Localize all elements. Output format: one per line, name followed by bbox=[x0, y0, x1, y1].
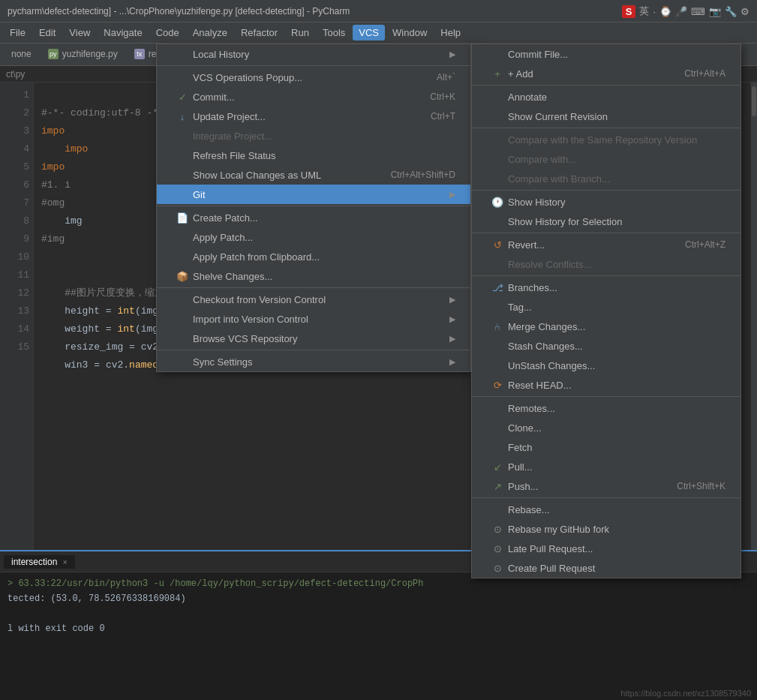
git-compare-same-repo: Compare with the Same Repository Version bbox=[472, 130, 740, 149]
git-branches[interactable]: ⎇ Branches... bbox=[472, 278, 740, 297]
git-reset-head[interactable]: ⟳ Reset HEAD... bbox=[472, 375, 740, 395]
terminal-content[interactable]: > 63.33:22/usr/bin/python3 -u /home/lqy/… bbox=[0, 572, 757, 640]
menu-apply-patch-clipboard[interactable]: Apply Patch from Clipboard... bbox=[157, 247, 470, 266]
tab-icon-py: py bbox=[48, 49, 59, 59]
menu-vcs[interactable]: VCS bbox=[353, 25, 385, 41]
git-revert[interactable]: ↺ Revert... Ctrl+Alt+Z bbox=[472, 235, 740, 254]
git-push[interactable]: ↗ Push... Ctrl+Shift+K bbox=[472, 476, 740, 496]
git-sep-4 bbox=[472, 233, 740, 233]
menu-checkout[interactable]: Checkout from Version Control ▶ bbox=[157, 290, 470, 309]
git-fetch[interactable]: Fetch bbox=[472, 437, 740, 457]
git-rebase-label: Rebase... bbox=[508, 504, 550, 515]
tab-none-label: none bbox=[11, 49, 32, 59]
ime-mic[interactable]: 🎤 bbox=[675, 6, 687, 17]
menu-sync-settings[interactable]: Sync Settings ▶ bbox=[157, 352, 470, 371]
terminal-line-4: l with exit code 0 bbox=[8, 621, 749, 636]
git-commit-file[interactable]: Commit File... bbox=[472, 44, 740, 64]
git-merge-changes-label: Merge Changes... bbox=[508, 321, 585, 332]
menu-edit[interactable]: Edit bbox=[33, 25, 62, 41]
update-project-shortcut: Ctrl+T bbox=[431, 111, 455, 122]
menu-file[interactable]: File bbox=[4, 25, 32, 41]
ime-clock[interactable]: ⌚ bbox=[659, 6, 671, 17]
git-rebase[interactable]: Rebase... bbox=[472, 500, 740, 519]
menu-window[interactable]: Window bbox=[386, 25, 433, 41]
update-icon: ↓ bbox=[176, 111, 189, 122]
git-add-icon: + bbox=[491, 68, 504, 80]
ime-kb[interactable]: ⌨ bbox=[691, 6, 705, 17]
menu-commit[interactable]: ✓ Commit... Ctrl+K bbox=[157, 87, 470, 107]
git-compare-same-repo-label: Compare with the Same Repository Version bbox=[508, 134, 697, 146]
git-show-history-label: Show History bbox=[508, 197, 566, 208]
git-annotate[interactable]: Annotate bbox=[472, 87, 740, 107]
menu-analyze[interactable]: Analyze bbox=[187, 25, 233, 41]
menu-apply-patch[interactable]: Apply Patch... bbox=[157, 227, 470, 247]
terminal-tab-intersection[interactable]: intersection × bbox=[4, 555, 75, 569]
git-show-history-icon: 🕐 bbox=[491, 197, 504, 208]
menu-show-local-changes[interactable]: Show Local Changes as UML Ctrl+Alt+Shift… bbox=[157, 165, 470, 185]
ime-gear[interactable]: ⚙ bbox=[740, 6, 749, 17]
git-late-pull-request[interactable]: ⊙ Late Pull Request... bbox=[472, 539, 740, 558]
ime-cam[interactable]: 📷 bbox=[709, 6, 721, 17]
apply-patch-label: Apply Patch... bbox=[193, 232, 253, 243]
git-remotes[interactable]: Remotes... bbox=[472, 398, 740, 418]
sync-settings-arrow: ▶ bbox=[449, 357, 455, 367]
git-arrow: ▶ bbox=[449, 190, 455, 200]
terminal-tab-close[interactable]: × bbox=[63, 558, 68, 566]
git-clone[interactable]: Clone... bbox=[472, 418, 740, 437]
git-tag[interactable]: Tag... bbox=[472, 297, 740, 317]
git-add[interactable]: + + Add Ctrl+Alt+A bbox=[472, 64, 740, 83]
editor-scrollbar[interactable] bbox=[751, 83, 757, 550]
breadcrumb-path: ct\py bbox=[6, 69, 25, 80]
menu-create-patch[interactable]: 📄 Create Patch... bbox=[157, 208, 470, 227]
git-add-shortcut: Ctrl+Alt+A bbox=[684, 68, 725, 79]
menu-code[interactable]: Code bbox=[150, 25, 185, 41]
vcs-dropdown: Local History ▶ VCS Operations Popup... … bbox=[156, 44, 471, 372]
git-stash-changes[interactable]: Stash Changes... bbox=[472, 336, 740, 356]
menu-shelve-changes[interactable]: 📦 Shelve Changes... bbox=[157, 266, 470, 286]
git-submenu: Commit File... + + Add Ctrl+Alt+A Annota… bbox=[471, 44, 741, 578]
git-merge-changes[interactable]: ⑃ Merge Changes... bbox=[472, 317, 740, 336]
git-pull-label: Pull... bbox=[508, 461, 533, 473]
tab-none[interactable]: none bbox=[4, 44, 39, 65]
line-numbers: 1 2 3 4 5 6 7 8 9 10 11 12 13 14 15 bbox=[0, 83, 34, 550]
ime-tool[interactable]: 🔧 bbox=[725, 6, 737, 17]
separator-2 bbox=[157, 206, 470, 206]
git-branches-label: Branches... bbox=[508, 282, 557, 293]
git-tag-label: Tag... bbox=[508, 302, 532, 313]
menu-update-project[interactable]: ↓ Update Project... Ctrl+T bbox=[157, 107, 470, 126]
git-rebase-github-fork[interactable]: ⊙ Rebase my GitHub fork bbox=[472, 519, 740, 539]
git-rebase-github-icon: ⊙ bbox=[491, 524, 504, 535]
git-branches-icon: ⎇ bbox=[491, 282, 504, 293]
menu-refresh-file-status[interactable]: Refresh File Status bbox=[157, 146, 470, 165]
menu-vcs-operations-popup[interactable]: VCS Operations Popup... Alt+` bbox=[157, 68, 470, 87]
git-compare-branch: Compare with Branch... bbox=[472, 169, 740, 188]
git-unstash-changes[interactable]: UnStash Changes... bbox=[472, 356, 740, 375]
git-late-pull-request-label: Late Pull Request... bbox=[508, 543, 593, 554]
menu-refactor[interactable]: Refactor bbox=[235, 25, 284, 41]
git-pull[interactable]: ↙ Pull... bbox=[472, 457, 740, 476]
git-show-history-selection[interactable]: Show History for Selection bbox=[472, 212, 740, 231]
terminal-line-2: tected: (53.0, 78.52676338169084) bbox=[8, 591, 749, 606]
tab-yuzhifenge-left[interactable]: py yuzhifenge.py bbox=[41, 44, 125, 65]
git-show-history[interactable]: 🕐 Show History bbox=[472, 192, 740, 212]
menu-view[interactable]: View bbox=[63, 25, 96, 41]
terminal-line-3 bbox=[8, 606, 749, 621]
menu-tools[interactable]: Tools bbox=[317, 25, 351, 41]
menu-import-vcs[interactable]: Import into Version Control ▶ bbox=[157, 309, 470, 329]
menu-run[interactable]: Run bbox=[285, 25, 315, 41]
browse-vcs-label: Browse VCS Repository bbox=[193, 333, 297, 344]
menu-browse-vcs[interactable]: Browse VCS Repository ▶ bbox=[157, 329, 470, 348]
menu-help[interactable]: Help bbox=[434, 25, 467, 41]
menu-local-history[interactable]: Local History ▶ bbox=[157, 44, 470, 64]
separator-4 bbox=[157, 350, 470, 350]
git-annotate-label: Annotate bbox=[508, 92, 547, 103]
git-show-current-revision[interactable]: Show Current Revision bbox=[472, 107, 740, 126]
git-create-pull-request[interactable]: ⊙ Create Pull Request bbox=[472, 558, 740, 578]
git-create-pull-request-label: Create Pull Request bbox=[508, 563, 595, 574]
local-history-arrow: ▶ bbox=[449, 50, 455, 59]
ime-lang[interactable]: 英 bbox=[639, 5, 649, 18]
ime-s[interactable]: S bbox=[622, 5, 636, 18]
menu-git[interactable]: Git ▶ bbox=[157, 185, 470, 204]
apply-patch-clipboard-label: Apply Patch from Clipboard... bbox=[193, 251, 320, 263]
menu-navigate[interactable]: Navigate bbox=[98, 25, 148, 41]
